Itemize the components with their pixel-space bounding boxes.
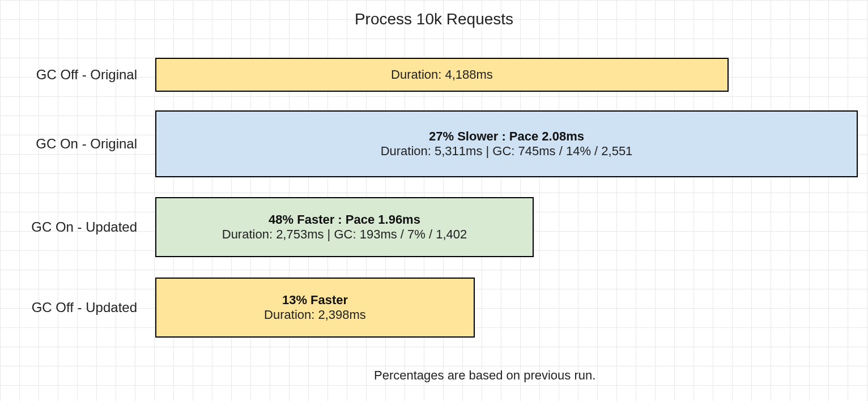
bar-0-duration: Duration: 4,188ms <box>391 67 493 82</box>
bar-1-detail: Duration: 5,311ms | GC: 745ms / 14% / 2,… <box>381 144 633 159</box>
category-label-3: GC Off - Updated <box>0 300 147 315</box>
bar-1-headline: 27% Slower : Pace 2.08ms <box>429 129 584 144</box>
bar-2-detail: Duration: 2,753ms | GC: 193ms / 7% / 1,4… <box>222 227 467 242</box>
bar-2: 48% Faster : Pace 1.96ms Duration: 2,753… <box>155 197 534 257</box>
bar-0: Duration: 4,188ms <box>155 58 729 92</box>
bar-track-3: 13% Faster Duration: 2,398ms <box>147 278 850 338</box>
bar-2-headline: 48% Faster : Pace 1.96ms <box>269 212 420 227</box>
bar-row-0: GC Off - Original Duration: 4,188ms <box>0 58 868 92</box>
bar-row-1: GC On - Original 27% Slower : Pace 2.08m… <box>0 110 868 177</box>
bar-track-0: Duration: 4,188ms <box>147 58 850 92</box>
category-label-2: GC On - Updated <box>0 219 147 235</box>
bar-3: 13% Faster Duration: 2,398ms <box>155 278 475 338</box>
bar-track-2: 48% Faster : Pace 1.96ms Duration: 2,753… <box>147 197 850 257</box>
category-label-1: GC On - Original <box>0 136 147 152</box>
bar-track-1: 27% Slower : Pace 2.08ms Duration: 5,311… <box>147 110 850 177</box>
bar-3-headline: 13% Faster <box>282 293 348 308</box>
category-label-0: GC Off - Original <box>0 67 147 83</box>
chart-footnote: Percentages are based on previous run. <box>374 368 595 383</box>
bar-1: 27% Slower : Pace 2.08ms Duration: 5,311… <box>155 110 858 177</box>
chart-title: Process 10k Requests <box>0 10 868 28</box>
bar-row-2: GC On - Updated 48% Faster : Pace 1.96ms… <box>0 197 868 257</box>
bar-3-detail: Duration: 2,398ms <box>264 308 366 322</box>
chart-canvas: Process 10k Requests GC Off - Original D… <box>0 0 868 401</box>
bar-row-3: GC Off - Updated 13% Faster Duration: 2,… <box>0 278 868 338</box>
